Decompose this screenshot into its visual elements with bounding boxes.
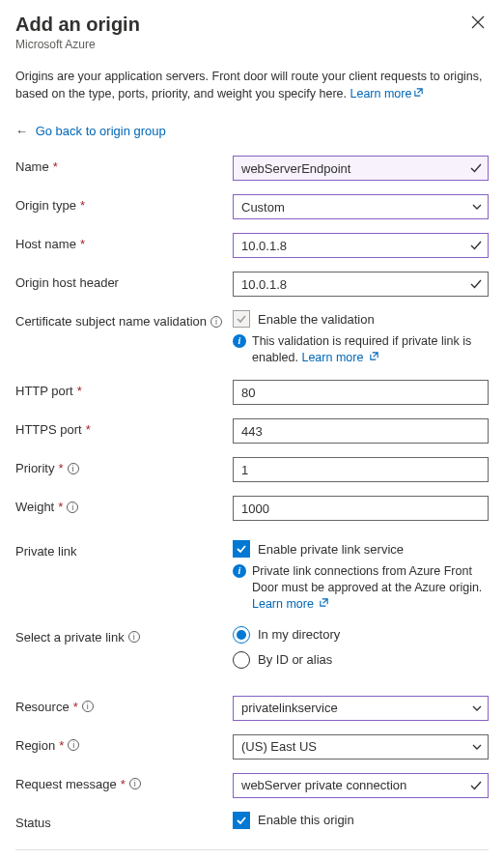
radio-in-my-directory[interactable]: In my directory — [233, 626, 489, 644]
select-private-link-label: Select a private link — [15, 630, 125, 645]
https-port-label: HTTPS port — [15, 422, 82, 437]
required-indicator: * — [121, 777, 126, 791]
external-link-icon — [413, 86, 424, 103]
page-title: Add an origin — [15, 14, 140, 36]
origin-host-header-label: Origin host header — [15, 275, 119, 290]
external-link-icon — [369, 350, 379, 366]
radio-by-id-or-alias[interactable]: By ID or alias — [233, 651, 489, 669]
origin-type-label: Origin type — [15, 198, 76, 213]
https-port-input[interactable] — [233, 418, 489, 444]
private-link-note: Private link connections from Azure Fron… — [252, 564, 482, 594]
status-label: Status — [15, 816, 51, 830]
info-icon[interactable]: i — [128, 631, 140, 643]
info-icon[interactable]: i — [129, 778, 141, 789]
required-indicator: * — [80, 198, 85, 213]
resource-select[interactable] — [233, 696, 489, 721]
name-label: Name — [15, 159, 49, 174]
required-indicator: * — [86, 422, 91, 437]
required-indicator: * — [77, 384, 82, 398]
host-name-input[interactable] — [233, 233, 489, 258]
info-icon[interactable]: i — [68, 739, 79, 751]
back-arrow-icon: ← — [15, 124, 28, 138]
back-to-origin-group-link[interactable]: Go back to origin group — [36, 124, 166, 138]
required-indicator: * — [59, 738, 64, 753]
enable-origin-checkbox[interactable] — [233, 812, 250, 829]
resource-label: Resource — [15, 700, 70, 714]
enable-private-link-label: Enable private link service — [258, 542, 404, 557]
weight-label: Weight — [15, 500, 54, 514]
external-link-icon — [319, 596, 329, 613]
info-icon[interactable]: i — [82, 701, 94, 712]
private-link-learn-more-link[interactable]: Learn more — [252, 597, 329, 611]
required-indicator: * — [53, 159, 58, 174]
weight-input[interactable] — [233, 496, 489, 521]
info-icon[interactable]: i — [67, 502, 78, 513]
required-indicator: * — [58, 461, 63, 475]
origin-host-header-input[interactable] — [233, 272, 489, 297]
required-indicator: * — [80, 237, 85, 251]
priority-label: Priority — [15, 461, 54, 475]
info-bullet-icon: i — [233, 334, 246, 348]
private-link-label: Private link — [15, 544, 77, 559]
enable-origin-label: Enable this origin — [258, 813, 354, 827]
radio-label-in-directory: In my directory — [258, 627, 340, 642]
info-icon[interactable]: i — [210, 316, 222, 328]
name-input[interactable] — [233, 156, 489, 181]
required-indicator: * — [73, 700, 78, 714]
intro-text: Origins are your application servers. Fr… — [15, 69, 489, 102]
radio-label-by-id: By ID or alias — [258, 652, 332, 667]
cert-learn-more-link[interactable]: Learn more — [301, 351, 378, 364]
cert-validation-label: Certificate subject name validation — [15, 314, 207, 329]
info-bullet-icon: i — [233, 564, 246, 578]
page-subtitle: Microsoft Azure — [15, 38, 140, 51]
enable-private-link-checkbox[interactable] — [233, 540, 250, 558]
request-message-input[interactable] — [233, 773, 489, 798]
required-indicator: * — [58, 500, 63, 514]
enable-validation-checkbox[interactable] — [233, 310, 250, 328]
http-port-input[interactable] — [233, 380, 489, 405]
origin-type-select[interactable] — [233, 194, 489, 219]
request-message-label: Request message — [15, 777, 117, 791]
priority-input[interactable] — [233, 457, 489, 482]
host-name-label: Host name — [15, 237, 76, 251]
region-select[interactable] — [233, 734, 489, 760]
close-icon[interactable] — [467, 14, 489, 35]
enable-validation-label: Enable the validation — [258, 312, 375, 327]
http-port-label: HTTP port — [15, 384, 73, 398]
region-label: Region — [15, 738, 55, 753]
info-icon[interactable]: i — [68, 463, 79, 474]
learn-more-link[interactable]: Learn more — [350, 87, 425, 100]
